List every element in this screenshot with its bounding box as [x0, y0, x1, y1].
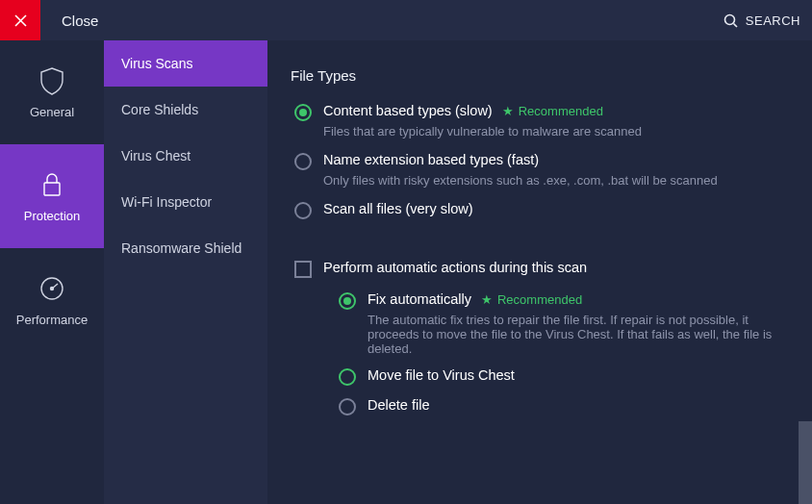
radio-icon[interactable]	[339, 292, 356, 310]
option-content-based[interactable]: Content based types (slow) ★Recommended …	[291, 103, 789, 139]
option-label: Fix automatically ★Recommended	[368, 291, 789, 307]
nav-sec-virus-chest[interactable]: Virus Chest	[104, 133, 267, 179]
option-fix-auto[interactable]: Fix automatically ★Recommended The autom…	[335, 291, 789, 356]
nav-secondary: Virus Scans Core Shields Virus Chest Wi-…	[104, 40, 267, 504]
nav-item-label: General	[30, 105, 74, 119]
search-icon	[723, 13, 738, 28]
option-delete-file[interactable]: Delete file	[335, 397, 789, 416]
checkbox-icon[interactable]	[294, 261, 312, 278]
option-desc: Only files with risky extensions such as…	[323, 173, 789, 188]
option-label: Content based types (slow) ★Recommended	[323, 103, 789, 118]
option-scan-all[interactable]: Scan all files (very slow)	[291, 201, 789, 219]
option-desc: The automatic fix tries to repair the fi…	[368, 313, 789, 356]
nav-sec-virus-scans[interactable]: Virus Scans	[104, 40, 267, 87]
nav-sec-wifi-inspector[interactable]: Wi-Fi Inspector	[104, 179, 267, 225]
scrollbar-thumb[interactable]	[799, 421, 812, 504]
radio-icon[interactable]	[294, 153, 312, 170]
nav-sec-ransomware-shield[interactable]: Ransomware Shield	[104, 225, 267, 271]
option-desc: Files that are typically vulnerable to m…	[323, 124, 789, 139]
nav-sec-label: Core Shields	[121, 102, 198, 117]
nav-item-performance[interactable]: Performance	[0, 248, 104, 352]
shield-icon	[38, 66, 66, 95]
close-label[interactable]: Close	[62, 13, 98, 29]
radio-icon[interactable]	[294, 202, 312, 219]
radio-icon[interactable]	[294, 104, 312, 121]
nav-item-label: Performance	[16, 313, 88, 327]
recommended-badge: ★Recommended	[502, 104, 603, 118]
svg-point-7	[51, 287, 54, 290]
close-button[interactable]	[0, 0, 40, 40]
topbar: Close SEARCH	[0, 0, 812, 40]
radio-icon[interactable]	[339, 368, 356, 386]
nav-item-protection[interactable]: Protection	[0, 144, 104, 248]
nav-sec-label: Wi-Fi Inspector	[121, 194, 212, 210]
svg-rect-4	[44, 183, 60, 195]
nav-item-general[interactable]: General	[0, 40, 104, 144]
nav-sec-label: Virus Scans	[121, 56, 192, 71]
auto-actions-nested: Fix automatically ★Recommended The autom…	[291, 291, 789, 416]
star-icon: ★	[481, 292, 493, 307]
option-label: Name extension based types (fast)	[323, 152, 789, 167]
nav-sec-label: Virus Chest	[121, 148, 190, 164]
option-label: Move file to Virus Chest	[368, 367, 789, 383]
star-icon: ★	[502, 104, 514, 118]
recommended-badge: ★Recommended	[481, 292, 582, 307]
option-label: Perform automatic actions during this sc…	[323, 260, 789, 275]
nav-primary: General Protection Performance	[0, 40, 104, 504]
option-label: Delete file	[368, 397, 789, 413]
gauge-icon	[38, 274, 66, 303]
section-title-file-types: File Types	[291, 67, 789, 84]
option-move-chest[interactable]: Move file to Virus Chest	[335, 367, 789, 386]
nav-sec-core-shields[interactable]: Core Shields	[104, 87, 267, 133]
nav-sec-label: Ransomware Shield	[121, 240, 241, 256]
nav-item-label: Protection	[24, 209, 81, 223]
close-icon	[14, 14, 27, 27]
option-auto-actions[interactable]: Perform automatic actions during this sc…	[291, 260, 789, 278]
svg-point-2	[724, 14, 734, 24]
radio-icon[interactable]	[339, 398, 356, 416]
search[interactable]: SEARCH	[723, 13, 800, 28]
option-name-extension[interactable]: Name extension based types (fast) Only f…	[291, 152, 789, 188]
lock-icon	[38, 170, 66, 199]
option-label: Scan all files (very slow)	[323, 201, 789, 216]
content: General Protection Performance Virus Sca…	[0, 40, 812, 504]
main-panel: File Types Content based types (slow) ★R…	[267, 40, 812, 504]
search-label: SEARCH	[746, 13, 800, 28]
svg-line-3	[733, 23, 737, 27]
